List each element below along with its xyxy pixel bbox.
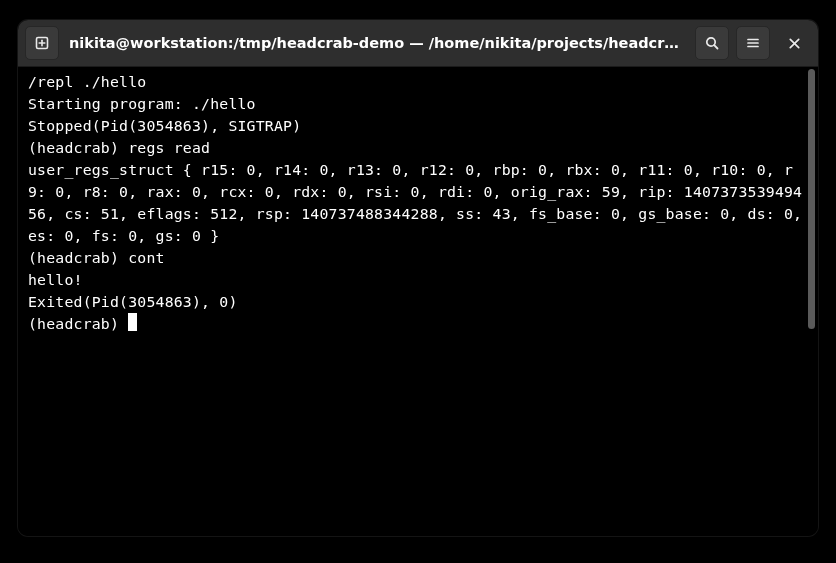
terminal-viewport: /repl ./helloStarting program: ./helloSt… (18, 67, 818, 536)
terminal-prompt: (headcrab) (28, 315, 128, 332)
close-button[interactable] (777, 26, 811, 60)
terminal-scrollbar[interactable] (807, 69, 816, 329)
terminal-line: hello! (28, 269, 808, 291)
terminal-window: nikita@workstation:/tmp/headcrab-demo — … (18, 20, 818, 536)
search-button[interactable] (695, 26, 729, 60)
terminal-content[interactable]: /repl ./helloStarting program: ./helloSt… (18, 67, 818, 536)
close-icon (787, 36, 802, 51)
terminal-line: (headcrab) regs read (28, 137, 808, 159)
terminal-line: Starting program: ./hello (28, 93, 808, 115)
menu-button[interactable] (736, 26, 770, 60)
terminal-line: (headcrab) cont (28, 247, 808, 269)
window-title: nikita@workstation:/tmp/headcrab-demo — … (61, 35, 693, 51)
new-tab-button[interactable] (25, 26, 59, 60)
hamburger-icon (745, 35, 761, 51)
terminal-line: /repl ./hello (28, 71, 808, 93)
terminal-prompt-line: (headcrab) (28, 313, 808, 335)
titlebar: nikita@workstation:/tmp/headcrab-demo — … (18, 20, 818, 67)
svg-line-4 (714, 45, 717, 48)
terminal-line: user_regs_struct { r15: 0, r14: 0, r13: … (28, 159, 808, 247)
new-tab-icon (34, 35, 50, 51)
terminal-line: Exited(Pid(3054863), 0) (28, 291, 808, 313)
titlebar-right-group (695, 26, 811, 60)
terminal-cursor (128, 313, 137, 331)
terminal-scrollbar-thumb[interactable] (808, 69, 815, 329)
terminal-line: Stopped(Pid(3054863), SIGTRAP) (28, 115, 808, 137)
search-icon (704, 35, 720, 51)
